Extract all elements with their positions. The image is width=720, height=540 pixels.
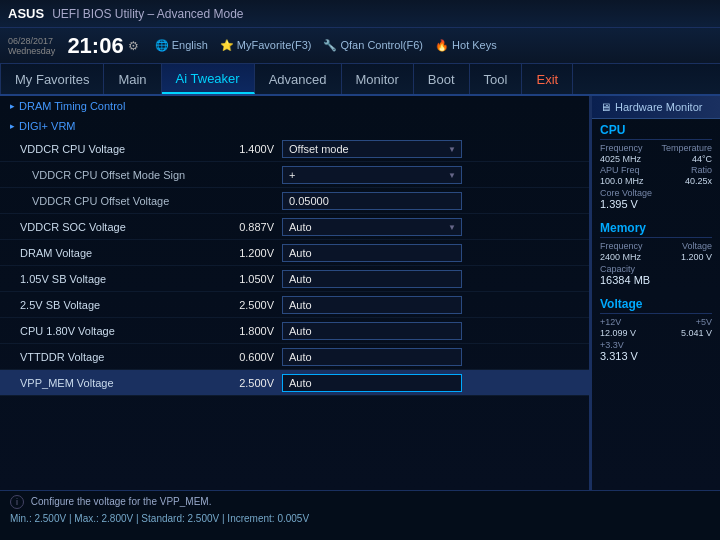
nav-tool[interactable]: Tool: [470, 64, 523, 94]
cpu-apu-value-row: 100.0 MHz 40.25x: [600, 176, 712, 186]
cpu-ratio-value: 40.25x: [685, 176, 712, 186]
voltage-section-title: Voltage: [600, 297, 712, 314]
cpu-apu-value: 100.0 MHz: [600, 176, 644, 186]
nav-monitor[interactable]: Monitor: [342, 64, 414, 94]
voltage-label-3: VDDCR SOC Voltage: [20, 221, 220, 233]
hotkeys-icon[interactable]: 🔥 Hot Keys: [435, 39, 497, 52]
qfan-icon[interactable]: 🔧 Qfan Control(F6): [323, 39, 423, 52]
status-bar: 06/28/2017 Wednesday 21:06 ⚙ 🌐 English ⭐…: [0, 28, 720, 64]
voltage-label-2: VDDCR CPU Offset Voltage: [20, 195, 220, 207]
voltage-control-2[interactable]: [282, 192, 579, 210]
mem-freq-value-row: 2400 MHz 1.200 V: [600, 252, 712, 262]
voltage-row-4[interactable]: DRAM Voltage1.200V: [0, 240, 589, 266]
voltage-value-4: 1.200V: [220, 247, 282, 259]
v12-value-row: 12.099 V 5.041 V: [600, 328, 712, 338]
nav-ai-tweaker[interactable]: Ai Tweaker: [162, 64, 255, 94]
voltage-input-9[interactable]: [282, 374, 462, 392]
nav-exit[interactable]: Exit: [522, 64, 573, 94]
mem-cap-label: Capacity: [600, 264, 712, 274]
hw-monitor-header: 🖥 Hardware Monitor: [592, 96, 720, 119]
voltage-input-8[interactable]: [282, 348, 462, 366]
cpu-freq-value: 4025 MHz: [600, 154, 641, 164]
voltage-dropdown-0[interactable]: Offset mode: [282, 140, 462, 158]
lang-icon[interactable]: 🌐 English: [155, 39, 208, 52]
dram-section-label: DRAM Timing Control: [19, 100, 125, 112]
v33-value: 3.313 V: [600, 350, 712, 362]
dram-section-header[interactable]: ▸ DRAM Timing Control: [0, 96, 589, 116]
cpu-temp-label: Temperature: [661, 143, 712, 153]
mem-freq-label: Frequency: [600, 241, 643, 251]
voltage-value-3: 0.887V: [220, 221, 282, 233]
mem-freq-row: Frequency Voltage: [600, 241, 712, 251]
memory-section: Memory Frequency Voltage 2400 MHz 1.200 …: [592, 217, 720, 293]
datetime: 06/28/2017 Wednesday: [8, 36, 55, 56]
v5-value: 5.041 V: [681, 328, 712, 338]
voltage-control-9[interactable]: [282, 374, 579, 392]
voltage-dropdown-1[interactable]: +: [282, 166, 462, 184]
status-icons: 🌐 English ⭐ MyFavorite(F3) 🔧 Qfan Contro…: [155, 39, 497, 52]
voltage-input-7[interactable]: [282, 322, 462, 340]
voltage-input-4[interactable]: [282, 244, 462, 262]
nav-boot[interactable]: Boot: [414, 64, 470, 94]
voltage-row-8[interactable]: VTTDDR Voltage0.600V: [0, 344, 589, 370]
voltage-value-6: 2.500V: [220, 299, 282, 311]
info-bar: i Configure the voltage for the VPP_MEM.…: [0, 490, 720, 540]
nav-bar: My Favorites Main Ai Tweaker Advanced Mo…: [0, 64, 720, 96]
digi-section-header[interactable]: ▸ DIGI+ VRM: [0, 116, 589, 136]
time-display: 21:06: [67, 33, 123, 59]
bios-title: UEFI BIOS Utility – Advanced Mode: [52, 7, 712, 21]
voltage-section: Voltage +12V +5V 12.099 V 5.041 V +3.3V …: [592, 293, 720, 369]
voltage-input-6[interactable]: [282, 296, 462, 314]
voltage-value-0: 1.400V: [220, 143, 282, 155]
voltage-label-4: DRAM Voltage: [20, 247, 220, 259]
top-bar: ASUS UEFI BIOS Utility – Advanced Mode: [0, 0, 720, 28]
cpu-freq-value-row: 4025 MHz 44°C: [600, 154, 712, 164]
voltage-input-2[interactable]: [282, 192, 462, 210]
v12-label: +12V: [600, 317, 621, 327]
settings-icon[interactable]: ⚙: [128, 39, 139, 53]
voltage-label-0: VDDCR CPU Voltage: [20, 143, 220, 155]
left-panel: ▸ DRAM Timing Control ▸ DIGI+ VRM VDDCR …: [0, 96, 590, 490]
voltage-label-6: 2.5V SB Voltage: [20, 299, 220, 311]
voltage-control-4[interactable]: [282, 244, 579, 262]
mem-volt-label: Voltage: [682, 241, 712, 251]
voltage-control-0[interactable]: Offset mode: [282, 140, 579, 158]
voltage-row-3[interactable]: VDDCR SOC Voltage0.887VAuto: [0, 214, 589, 240]
voltage-value-9: 2.500V: [220, 377, 282, 389]
monitor-icon: 🖥: [600, 101, 611, 113]
voltage-control-3[interactable]: Auto: [282, 218, 579, 236]
voltage-row-6[interactable]: 2.5V SB Voltage2.500V: [0, 292, 589, 318]
mem-volt-value: 1.200 V: [681, 252, 712, 262]
digi-section-label: DIGI+ VRM: [19, 120, 76, 132]
voltage-control-8[interactable]: [282, 348, 579, 366]
hw-monitor-title: Hardware Monitor: [615, 101, 702, 113]
voltage-row-5[interactable]: 1.05V SB Voltage1.050V: [0, 266, 589, 292]
voltage-control-5[interactable]: [282, 270, 579, 288]
voltage-row-7[interactable]: CPU 1.80V Voltage1.800V: [0, 318, 589, 344]
voltage-row-1[interactable]: VDDCR CPU Offset Mode Sign+: [0, 162, 589, 188]
voltage-dropdown-3[interactable]: Auto: [282, 218, 462, 236]
voltage-row-0[interactable]: VDDCR CPU Voltage1.400VOffset mode: [0, 136, 589, 162]
cpu-freq-label: Frequency: [600, 143, 643, 153]
nav-favorites[interactable]: My Favorites: [0, 64, 104, 94]
voltage-control-6[interactable]: [282, 296, 579, 314]
info-icon: i: [10, 495, 24, 509]
cpu-apu-row: APU Freq Ratio: [600, 165, 712, 175]
digi-arrow-icon: ▸: [10, 121, 15, 131]
cpu-freq-row: Frequency Temperature: [600, 143, 712, 153]
voltage-input-5[interactable]: [282, 270, 462, 288]
voltage-row-9[interactable]: VPP_MEM Voltage2.500V: [0, 370, 589, 396]
voltage-label-7: CPU 1.80V Voltage: [20, 325, 220, 337]
myfav-icon[interactable]: ⭐ MyFavorite(F3): [220, 39, 312, 52]
nav-main[interactable]: Main: [104, 64, 161, 94]
dram-arrow-icon: ▸: [10, 101, 15, 111]
voltage-row-2[interactable]: VDDCR CPU Offset Voltage: [0, 188, 589, 214]
nav-advanced[interactable]: Advanced: [255, 64, 342, 94]
info-description: Configure the voltage for the VPP_MEM.: [31, 496, 212, 507]
voltage-control-1[interactable]: +: [282, 166, 579, 184]
voltage-control-7[interactable]: [282, 322, 579, 340]
voltage-value-8: 0.600V: [220, 351, 282, 363]
main-layout: ▸ DRAM Timing Control ▸ DIGI+ VRM VDDCR …: [0, 96, 720, 490]
voltage-label-9: VPP_MEM Voltage: [20, 377, 220, 389]
cpu-section: CPU Frequency Temperature 4025 MHz 44°C …: [592, 119, 720, 217]
